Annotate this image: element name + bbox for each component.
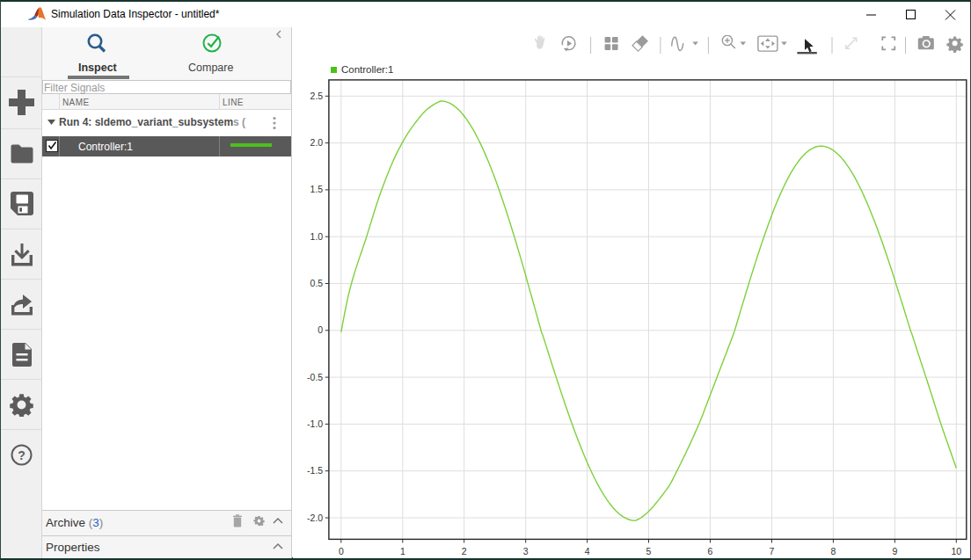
svg-text:-2.0: -2.0 [307,513,323,523]
svg-text:2.0: 2.0 [310,137,324,148]
svg-text:-0.5: -0.5 [307,372,323,382]
svg-text:9: 9 [892,546,897,556]
svg-text:1.5: 1.5 [310,184,324,194]
svg-text:6: 6 [708,546,713,556]
svg-text:0.5: 0.5 [310,278,324,288]
svg-text:3: 3 [523,546,529,556]
svg-text:0: 0 [339,546,344,556]
svg-text:0: 0 [318,324,323,335]
svg-text:7: 7 [770,546,775,556]
svg-text:5: 5 [646,546,652,556]
svg-text:4: 4 [585,546,590,556]
svg-text:-1.5: -1.5 [307,465,323,476]
svg-text:1.0: 1.0 [310,231,324,242]
svg-text:10: 10 [951,546,961,556]
svg-text:-1.0: -1.0 [307,418,323,429]
svg-text:8: 8 [830,546,836,556]
svg-text:1: 1 [400,546,405,556]
svg-text:2: 2 [462,546,467,556]
svg-text:2.5: 2.5 [310,91,324,101]
svg-text:?: ? [18,448,26,462]
